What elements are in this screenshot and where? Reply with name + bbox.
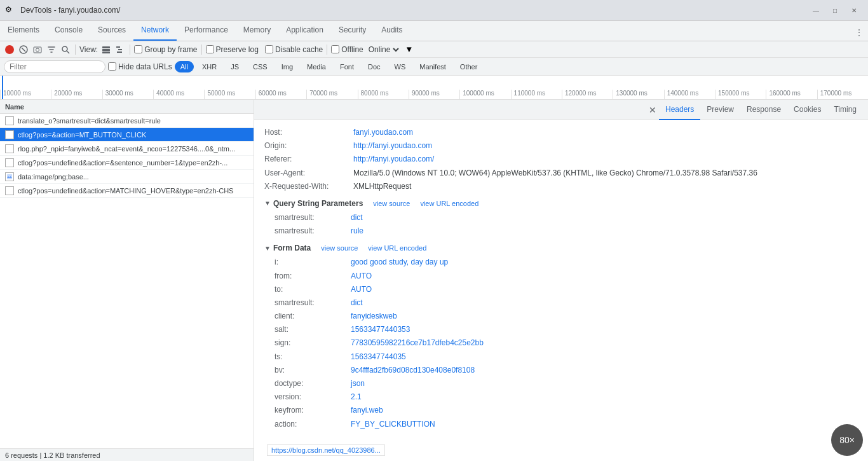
timeline-label-8: 90000 ms — [409, 90, 459, 99]
details-close-button[interactable]: ✕ — [646, 104, 659, 116]
maximize-button[interactable]: □ — [826, 4, 844, 16]
record-button[interactable] — [4, 44, 15, 55]
request-name-6: ctlog?pos=undefined&action=MATCHING_HOVE… — [18, 187, 248, 195]
clear-button[interactable] — [18, 44, 29, 55]
tab-security[interactable]: Security — [331, 20, 374, 41]
window-title: DevTools - fanyi.youdao.com/ — [20, 6, 802, 15]
details-tab-headers[interactable]: Headers — [659, 100, 700, 120]
view-waterfall-button[interactable] — [114, 44, 126, 55]
form-param-i-value: good good study, day day up — [351, 256, 448, 268]
request-row-2[interactable]: ctlog?pos=&action=MT_BUTTON_CLICK — [0, 128, 254, 142]
throttle-select[interactable]: Online — [366, 45, 401, 55]
request-row-3[interactable]: rlog.php?_npid=fanyiweb&_ncat=event&_nco… — [0, 142, 254, 156]
details-tab-preview[interactable]: Preview — [700, 100, 740, 120]
timeline-label-13: 140000 ms — [664, 90, 715, 99]
query-params-chevron: ▼ — [264, 200, 271, 207]
close-button[interactable]: ✕ — [845, 4, 863, 16]
request-row-1[interactable]: translate_o?smartresult=dict&smartresult… — [0, 114, 254, 128]
tab-network[interactable]: Network — [133, 20, 177, 41]
form-param-to-value: AUTO — [351, 284, 372, 296]
waterfall-view-icon — [116, 45, 125, 54]
preserve-log-checkbox[interactable]: Preserve log — [206, 45, 259, 54]
group-by-frame-checkbox[interactable]: Group by frame — [134, 45, 197, 54]
record-icon — [5, 45, 14, 54]
filter-chip-css[interactable]: CSS — [247, 61, 273, 72]
request-name-5: data:image/png;base... — [18, 173, 248, 181]
filter-chip-media[interactable]: Media — [301, 61, 332, 72]
svg-point-3 — [36, 48, 39, 52]
svg-rect-11 — [117, 52, 122, 53]
header-referer: Referer: http://fanyi.youdao.com/ — [264, 153, 858, 165]
form-data-title: Form Data — [273, 244, 311, 252]
filter-chip-img[interactable]: Img — [276, 61, 299, 72]
tab-sources[interactable]: Sources — [90, 20, 133, 41]
throttle-arrow-button[interactable]: ▼ — [403, 44, 415, 55]
form-param-to-name: to: — [275, 284, 351, 296]
query-params-section-header[interactable]: ▼ Query String Parameters view source vi… — [264, 198, 858, 209]
filter-chip-doc[interactable]: Doc — [362, 61, 386, 72]
details-content: Host: fanyi.youdao.com Origin: http://fa… — [254, 120, 868, 461]
tab-application[interactable]: Application — [278, 20, 331, 41]
filter-chip-font[interactable]: Font — [334, 61, 360, 72]
form-param-from-name: from: — [275, 270, 351, 282]
timeline-label-10: 110000 ms — [511, 90, 562, 99]
details-tab-response[interactable]: Response — [740, 100, 787, 120]
filter-button[interactable] — [46, 44, 57, 55]
query-params-view-source[interactable]: view source — [373, 200, 410, 207]
form-param-from: from: AUTO — [275, 270, 858, 282]
more-tabs-icon[interactable]: ⋮ — [850, 24, 868, 41]
filter-chip-ws[interactable]: WS — [389, 61, 412, 72]
timeline-label-0: 10000 ms — [0, 90, 51, 99]
tab-audits[interactable]: Audits — [374, 20, 410, 41]
bottom-corner-icon: 80× — [831, 424, 863, 456]
filter-chip-xhr[interactable]: XHR — [196, 61, 222, 72]
view-list-button[interactable] — [100, 44, 112, 55]
form-param-salt-value: 15633477440353 — [351, 324, 410, 336]
form-param-bv: bv: 9c4fffad2fb69d08cd130e408e0f8108 — [275, 364, 858, 376]
disable-cache-checkbox[interactable]: Disable cache — [265, 45, 323, 54]
form-data-view-url-encoded[interactable]: view URL encoded — [368, 244, 426, 252]
title-bar: ⚙ DevTools - fanyi.youdao.com/ — □ ✕ — [0, 0, 868, 20]
svg-rect-9 — [116, 46, 120, 48]
hide-data-urls-checkbox[interactable]: Hide data URLs — [108, 62, 172, 71]
form-param-keyfrom: keyfrom: fanyi.web — [275, 404, 858, 416]
status-url: https://blog.csdn.net/qq_4023986... — [267, 444, 385, 456]
request-row-6[interactable]: ctlog?pos=undefined&action=MATCHING_HOVE… — [0, 184, 254, 198]
query-param-1: smartresult: dict — [275, 212, 858, 224]
tab-elements[interactable]: Elements — [0, 20, 47, 41]
query-params-view-url-encoded[interactable]: view URL encoded — [420, 200, 478, 207]
filter-chip-other[interactable]: Other — [454, 61, 484, 72]
minimize-button[interactable]: — — [807, 4, 825, 16]
filter-chip-all[interactable]: All — [175, 61, 194, 72]
form-param-sign: sign: 77830595982216ce7b17dfeb4c25e2bb — [275, 337, 858, 349]
timeline-label-12: 130000 ms — [613, 90, 663, 99]
tab-performance[interactable]: Performance — [177, 20, 236, 41]
filter-chip-manifest[interactable]: Manifest — [414, 61, 452, 72]
details-tab-cookies[interactable]: Cookies — [787, 100, 827, 120]
timeline-label-9: 100000 ms — [459, 90, 510, 99]
form-data-view-source[interactable]: view source — [321, 244, 358, 252]
search-button[interactable] — [60, 44, 71, 55]
tab-console[interactable]: Console — [47, 20, 90, 41]
view-label: View: — [79, 45, 98, 54]
timeline-cursor — [2, 76, 3, 99]
devtools-top-tabs: Elements Console Sources Network Perform… — [0, 21, 868, 41]
camera-icon — [33, 45, 42, 54]
corner-text: 80× — [839, 435, 855, 445]
svg-rect-10 — [118, 49, 122, 50]
tab-memory[interactable]: Memory — [236, 20, 278, 41]
filter-chip-js[interactable]: JS — [225, 61, 245, 72]
timeline-label-15: 160000 ms — [766, 90, 817, 99]
camera-button[interactable] — [32, 44, 43, 55]
request-icon-1 — [5, 116, 14, 125]
svg-rect-2 — [34, 47, 41, 53]
request-row-4[interactable]: ctlog?pos=undefined&action=&sentence_num… — [0, 156, 254, 170]
offline-checkbox[interactable]: Offline — [331, 45, 363, 54]
request-row-5[interactable]: data:image/png;base... — [0, 170, 254, 184]
devtools-favicon: ⚙ — [5, 5, 15, 15]
timeline-bar: 10000 ms 20000 ms 30000 ms 40000 ms 5000… — [0, 76, 868, 100]
filter-input[interactable] — [4, 60, 105, 73]
details-tab-timing[interactable]: Timing — [827, 100, 863, 120]
form-param-action: action: FY_BY_CLICKBUTTION — [275, 418, 858, 430]
form-data-section-header[interactable]: ▼ Form Data view source view URL encoded — [264, 242, 858, 254]
